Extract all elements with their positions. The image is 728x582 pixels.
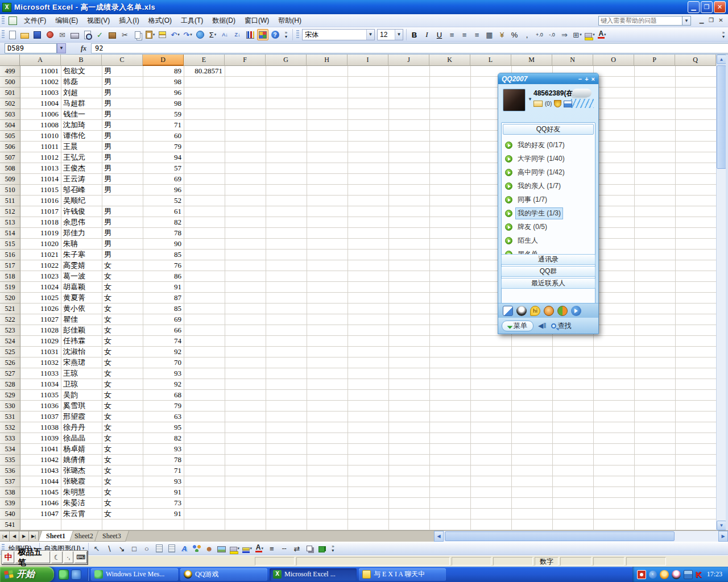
qq-group-item[interactable]: 同事 (1/7)	[503, 193, 594, 206]
cell-M539[interactable]	[512, 498, 553, 509]
toolbar-button[interactable]: Σ▾	[207, 29, 218, 40]
cell-A506[interactable]: 11011	[20, 142, 61, 152]
vertical-scroll-thumb[interactable]	[717, 65, 726, 169]
row-header-527[interactable]: 527	[0, 368, 20, 379]
cell-G526[interactable]	[266, 357, 307, 368]
cell-G499[interactable]	[266, 66, 307, 77]
cell-F519[interactable]	[225, 282, 266, 293]
ime-name[interactable]: 极品五笔	[15, 551, 51, 563]
cell-J530[interactable]	[389, 401, 430, 411]
cell-H540[interactable]	[307, 509, 348, 519]
cell-F511[interactable]	[225, 196, 266, 206]
row-header-517[interactable]: 517	[0, 260, 20, 271]
cell-F516[interactable]	[225, 250, 266, 260]
cell-A505[interactable]: 11010	[20, 131, 61, 142]
taskbar-task-button[interactable]: XMicrosoft Excel ...	[270, 568, 357, 581]
toolbar-button[interactable]: ↶▾	[169, 29, 181, 40]
cell-D509[interactable]: 69	[143, 174, 184, 185]
scroll-right-icon[interactable]: ▶	[718, 531, 728, 542]
cell-B533[interactable]: 徐晶晶	[61, 433, 102, 444]
cell-I525[interactable]	[348, 347, 389, 357]
cell-B523[interactable]: 彭佳颖	[61, 325, 102, 336]
cell-J500[interactable]	[389, 77, 430, 88]
cell-P518[interactable]	[635, 271, 676, 282]
tray-collapse-icon[interactable]: ‹	[649, 571, 657, 579]
row-header-525[interactable]: 525	[0, 347, 20, 357]
row-header-540[interactable]: 540	[0, 509, 20, 519]
cell-C505[interactable]: 男	[102, 131, 143, 142]
cell-J519[interactable]	[389, 282, 430, 293]
cell-H514[interactable]	[307, 228, 348, 239]
cell-H510[interactable]	[307, 185, 348, 196]
tab-next-icon[interactable]: ▶	[19, 531, 29, 542]
drawing-button[interactable]: A▾	[254, 543, 265, 554]
cell-O525[interactable]	[594, 347, 635, 357]
cell-C541[interactable]	[102, 519, 143, 530]
cell-F501[interactable]	[225, 88, 266, 98]
cell-I514[interactable]	[348, 228, 389, 239]
cell-K535[interactable]	[430, 455, 471, 465]
qq-chat-icon[interactable]	[516, 306, 527, 316]
cell-D528[interactable]: 92	[143, 379, 184, 390]
taskbar-task-button[interactable]: Windows Live Mes...	[91, 568, 178, 581]
row-header-503[interactable]: 503	[0, 109, 20, 120]
cell-D506[interactable]: 79	[143, 142, 184, 152]
cell-N531[interactable]	[553, 411, 594, 422]
format-button[interactable]: U	[434, 29, 445, 40]
cell-D540[interactable]: 91	[143, 509, 184, 519]
format-button[interactable]: ≡	[471, 29, 483, 40]
cell-H541[interactable]	[307, 519, 348, 530]
format-button[interactable]: B	[409, 29, 420, 40]
cell-O523[interactable]	[594, 325, 635, 336]
cell-Q538[interactable]	[676, 487, 716, 498]
cell-D513[interactable]: 82	[143, 217, 184, 228]
start-button[interactable]: 开始	[0, 567, 54, 582]
qq-title-bar[interactable]: QQ2007 − + ×	[498, 73, 598, 84]
cell-H503[interactable]	[307, 109, 348, 120]
cell-K518[interactable]	[430, 271, 471, 282]
cell-H507[interactable]	[307, 152, 348, 163]
drawing-button[interactable]: ∖	[104, 543, 115, 554]
cell-A499[interactable]: 11001	[20, 66, 61, 77]
menu-item[interactable]: 数据(D)	[208, 15, 240, 26]
row-header-541[interactable]: 541	[0, 519, 20, 530]
toolbar-button[interactable]	[132, 29, 143, 40]
cell-P530[interactable]	[635, 401, 676, 411]
cell-I511[interactable]	[348, 196, 389, 206]
cell-J541[interactable]	[389, 519, 430, 530]
qq-wallet-icon[interactable]	[554, 100, 561, 107]
cell-F510[interactable]	[225, 185, 266, 196]
cell-E530[interactable]	[184, 401, 225, 411]
cell-C530[interactable]: 女	[102, 401, 143, 411]
cell-G505[interactable]	[266, 131, 307, 142]
toolbar-button[interactable]	[107, 29, 118, 40]
cell-I513[interactable]	[348, 217, 389, 228]
cell-G507[interactable]	[266, 152, 307, 163]
cell-J506[interactable]	[389, 142, 430, 152]
cell-C499[interactable]: 男	[102, 66, 143, 77]
cell-E517[interactable]	[184, 260, 225, 271]
row-header-522[interactable]: 522	[0, 314, 20, 325]
cell-P533[interactable]	[635, 433, 676, 444]
cell-I517[interactable]	[348, 260, 389, 271]
cell-D502[interactable]: 98	[143, 98, 184, 109]
cell-G541[interactable]	[266, 519, 307, 530]
cell-L524[interactable]	[471, 336, 512, 347]
cell-H512[interactable]	[307, 206, 348, 217]
cell-E527[interactable]	[184, 368, 225, 379]
minimize-button[interactable]: ▁	[688, 1, 700, 13]
cell-C515[interactable]: 男	[102, 239, 143, 250]
cell-B503[interactable]: 钱佳一	[61, 109, 102, 120]
cell-J499[interactable]	[389, 66, 430, 77]
cell-M535[interactable]	[512, 455, 553, 465]
standard-toolbar-grip[interactable]	[2, 30, 5, 39]
cell-B506[interactable]: 王晨	[61, 142, 102, 152]
cell-P529[interactable]	[635, 390, 676, 401]
cell-D516[interactable]: 85	[143, 250, 184, 260]
cell-F526[interactable]	[225, 357, 266, 368]
cell-P527[interactable]	[635, 368, 676, 379]
cell-K507[interactable]	[430, 152, 471, 163]
cell-P505[interactable]	[635, 131, 676, 142]
cell-O515[interactable]	[594, 239, 635, 250]
cell-N524[interactable]	[553, 336, 594, 347]
